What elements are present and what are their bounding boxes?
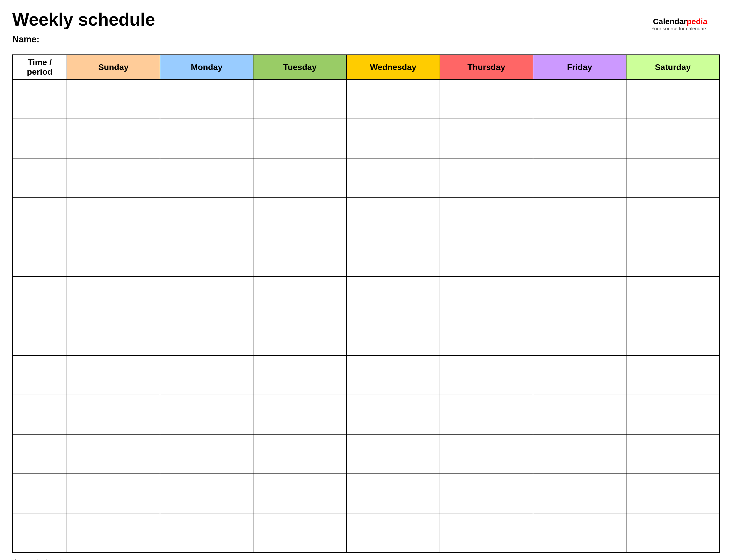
- day-cell[interactable]: [67, 316, 160, 355]
- day-cell[interactable]: [533, 198, 626, 237]
- day-cell[interactable]: [533, 395, 626, 434]
- day-cell[interactable]: [440, 395, 533, 434]
- time-cell[interactable]: [13, 277, 67, 316]
- day-cell[interactable]: [626, 79, 719, 119]
- time-cell[interactable]: [13, 474, 67, 513]
- day-cell[interactable]: [440, 434, 533, 474]
- day-cell[interactable]: [160, 513, 253, 553]
- day-cell[interactable]: [533, 79, 626, 119]
- day-cell[interactable]: [440, 474, 533, 513]
- day-cell[interactable]: [440, 277, 533, 316]
- day-cell[interactable]: [67, 79, 160, 119]
- day-cell[interactable]: [160, 158, 253, 198]
- time-cell[interactable]: [13, 355, 67, 395]
- day-cell[interactable]: [346, 237, 440, 277]
- day-cell[interactable]: [533, 513, 626, 553]
- day-cell[interactable]: [346, 158, 440, 198]
- table-row: [13, 395, 719, 434]
- day-cell[interactable]: [160, 277, 253, 316]
- table-row: [13, 316, 719, 355]
- day-cell[interactable]: [67, 277, 160, 316]
- day-cell[interactable]: [626, 395, 719, 434]
- time-cell[interactable]: [13, 79, 67, 119]
- day-cell[interactable]: [626, 119, 719, 158]
- day-cell[interactable]: [67, 355, 160, 395]
- day-cell[interactable]: [253, 434, 346, 474]
- day-cell[interactable]: [253, 395, 346, 434]
- day-cell[interactable]: [253, 158, 346, 198]
- day-cell[interactable]: [67, 513, 160, 553]
- day-cell[interactable]: [440, 316, 533, 355]
- day-cell[interactable]: [253, 277, 346, 316]
- day-cell[interactable]: [440, 79, 533, 119]
- day-cell[interactable]: [160, 474, 253, 513]
- day-cell[interactable]: [253, 79, 346, 119]
- day-cell[interactable]: [160, 316, 253, 355]
- day-cell[interactable]: [533, 158, 626, 198]
- day-cell[interactable]: [67, 395, 160, 434]
- day-cell[interactable]: [346, 119, 440, 158]
- day-cell[interactable]: [440, 158, 533, 198]
- day-cell[interactable]: [160, 395, 253, 434]
- day-cell[interactable]: [253, 474, 346, 513]
- day-cell[interactable]: [440, 355, 533, 395]
- day-cell[interactable]: [533, 474, 626, 513]
- time-cell[interactable]: [13, 119, 67, 158]
- day-cell[interactable]: [67, 158, 160, 198]
- day-cell[interactable]: [346, 474, 440, 513]
- time-cell[interactable]: [13, 395, 67, 434]
- day-cell[interactable]: [626, 434, 719, 474]
- day-cell[interactable]: [253, 119, 346, 158]
- day-cell[interactable]: [253, 237, 346, 277]
- day-cell[interactable]: [533, 119, 626, 158]
- day-cell[interactable]: [253, 316, 346, 355]
- day-cell[interactable]: [626, 198, 719, 237]
- day-cell[interactable]: [253, 513, 346, 553]
- day-cell[interactable]: [440, 198, 533, 237]
- day-cell[interactable]: [346, 355, 440, 395]
- day-cell[interactable]: [160, 434, 253, 474]
- day-cell[interactable]: [160, 119, 253, 158]
- day-cell[interactable]: [67, 434, 160, 474]
- day-cell[interactable]: [346, 395, 440, 434]
- day-cell[interactable]: [533, 277, 626, 316]
- day-cell[interactable]: [67, 119, 160, 158]
- day-cell[interactable]: [346, 513, 440, 553]
- day-cell[interactable]: [533, 434, 626, 474]
- day-cell[interactable]: [626, 316, 719, 355]
- time-cell[interactable]: [13, 434, 67, 474]
- time-cell[interactable]: [13, 513, 67, 553]
- day-cell[interactable]: [440, 237, 533, 277]
- day-cell[interactable]: [533, 355, 626, 395]
- day-cell[interactable]: [160, 237, 253, 277]
- day-cell[interactable]: [346, 79, 440, 119]
- day-cell[interactable]: [533, 237, 626, 277]
- day-cell[interactable]: [67, 237, 160, 277]
- day-cell[interactable]: [440, 119, 533, 158]
- day-cell[interactable]: [440, 513, 533, 553]
- time-cell[interactable]: [13, 158, 67, 198]
- day-cell[interactable]: [346, 277, 440, 316]
- day-cell[interactable]: [346, 198, 440, 237]
- day-cell[interactable]: [626, 474, 719, 513]
- time-cell[interactable]: [13, 198, 67, 237]
- day-cell[interactable]: [253, 355, 346, 395]
- day-cell[interactable]: [626, 277, 719, 316]
- day-cell[interactable]: [626, 513, 719, 553]
- day-cell[interactable]: [253, 198, 346, 237]
- day-cell[interactable]: [160, 198, 253, 237]
- name-label: Name:: [12, 34, 720, 45]
- logo-text: Calendarpedia: [651, 17, 707, 26]
- day-cell[interactable]: [533, 316, 626, 355]
- day-cell[interactable]: [346, 434, 440, 474]
- day-cell[interactable]: [67, 474, 160, 513]
- day-cell[interactable]: [346, 316, 440, 355]
- day-cell[interactable]: [626, 237, 719, 277]
- day-cell[interactable]: [626, 158, 719, 198]
- time-cell[interactable]: [13, 237, 67, 277]
- time-cell[interactable]: [13, 316, 67, 355]
- day-cell[interactable]: [160, 79, 253, 119]
- day-cell[interactable]: [626, 355, 719, 395]
- day-cell[interactable]: [67, 198, 160, 237]
- day-cell[interactable]: [160, 355, 253, 395]
